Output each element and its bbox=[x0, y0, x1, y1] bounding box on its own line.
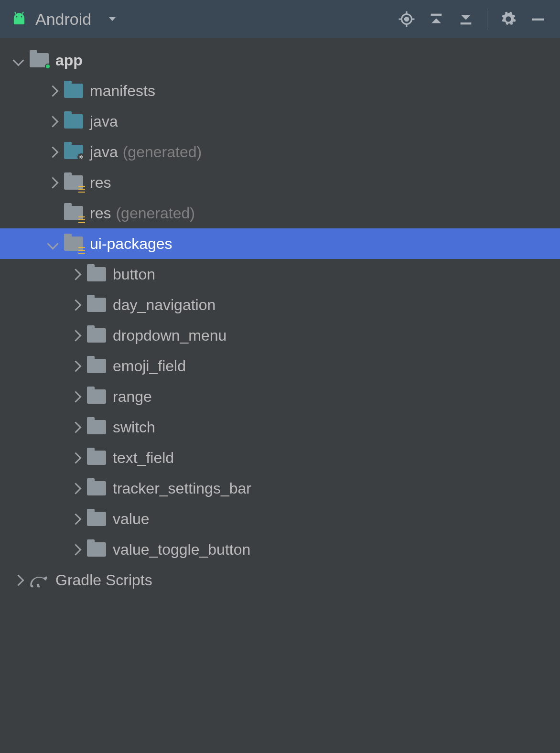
toolbar-divider bbox=[487, 9, 487, 30]
folder-icon bbox=[85, 385, 108, 408]
tree-label: res bbox=[90, 174, 111, 192]
expand-all-icon[interactable] bbox=[424, 7, 449, 32]
tree-label: value bbox=[113, 510, 150, 528]
tree-label: switch bbox=[113, 419, 155, 436]
tree-label: Gradle Scripts bbox=[55, 571, 152, 589]
folder-icon bbox=[85, 355, 108, 377]
tree-item-emoji-field[interactable]: emoji_field bbox=[0, 351, 560, 381]
chevron-right-icon[interactable] bbox=[66, 509, 85, 528]
resource-folder-icon bbox=[62, 232, 85, 255]
tree-item-range[interactable]: range bbox=[0, 381, 560, 412]
spacer bbox=[43, 204, 62, 223]
chevron-right-icon[interactable] bbox=[9, 570, 28, 590]
tree-label: value_toggle_button bbox=[113, 541, 250, 559]
gear-icon[interactable] bbox=[496, 7, 521, 32]
tree-item-button[interactable]: button bbox=[0, 259, 560, 290]
folder-icon bbox=[85, 538, 108, 561]
folder-icon bbox=[62, 79, 85, 102]
chevron-right-icon[interactable] bbox=[43, 112, 62, 131]
chevron-right-icon[interactable] bbox=[43, 142, 62, 161]
folder-icon bbox=[85, 446, 108, 469]
generated-folder-icon: ✲ bbox=[62, 140, 85, 163]
folder-icon bbox=[85, 507, 108, 530]
tree-label: java bbox=[90, 143, 118, 161]
chevron-right-icon[interactable] bbox=[66, 295, 85, 314]
android-icon bbox=[10, 10, 29, 29]
chevron-right-icon[interactable] bbox=[66, 326, 85, 345]
chevron-right-icon[interactable] bbox=[43, 81, 62, 100]
tree-label: res bbox=[90, 204, 111, 222]
tree-item-value-toggle-button[interactable]: value_toggle_button bbox=[0, 534, 560, 565]
tree-label: manifests bbox=[90, 82, 155, 100]
svg-point-0 bbox=[16, 16, 18, 18]
tree-label: text_field bbox=[113, 449, 174, 467]
svg-point-3 bbox=[405, 17, 409, 21]
chevron-right-icon[interactable] bbox=[66, 418, 85, 437]
dropdown-icon[interactable] bbox=[107, 13, 118, 25]
tree-item-switch[interactable]: switch bbox=[0, 412, 560, 442]
folder-icon bbox=[85, 263, 108, 286]
tree-label: emoji_field bbox=[113, 357, 186, 375]
tree-label: dropdown_menu bbox=[113, 327, 226, 344]
chevron-right-icon[interactable] bbox=[66, 356, 85, 376]
chevron-right-icon[interactable] bbox=[66, 448, 85, 467]
tree-label: range bbox=[113, 388, 152, 406]
svg-rect-9 bbox=[461, 22, 472, 24]
tree-suffix: (generated) bbox=[116, 204, 194, 222]
tree-label: java bbox=[90, 113, 118, 130]
folder-icon bbox=[85, 416, 108, 439]
tree-item-ui-packages[interactable]: ui-packages bbox=[0, 228, 560, 259]
tree-item-app[interactable]: app bbox=[0, 45, 560, 75]
folder-icon bbox=[62, 110, 85, 133]
folder-icon bbox=[85, 477, 108, 500]
svg-point-1 bbox=[21, 16, 22, 18]
locate-target-icon[interactable] bbox=[394, 7, 419, 32]
tree-suffix: (generated) bbox=[123, 143, 202, 161]
tree-label: button bbox=[113, 266, 155, 283]
tree-item-res-generated[interactable]: res (generated) bbox=[0, 198, 560, 228]
svg-rect-10 bbox=[532, 19, 544, 21]
view-title: Android bbox=[35, 10, 91, 29]
tree-item-value[interactable]: value bbox=[0, 504, 560, 534]
folder-icon bbox=[85, 324, 108, 347]
chevron-down-icon[interactable] bbox=[43, 234, 62, 253]
tree-label: app bbox=[55, 52, 83, 69]
hide-icon[interactable] bbox=[526, 7, 550, 32]
project-tree: app manifests java ✲ java (generated) re… bbox=[0, 38, 560, 595]
project-toolbar: Android bbox=[0, 0, 560, 38]
view-selector[interactable]: Android bbox=[10, 10, 118, 29]
folder-icon bbox=[85, 293, 108, 316]
tree-label: tracker_settings_bar bbox=[113, 480, 251, 497]
tree-label: ui-packages bbox=[90, 235, 172, 253]
tree-item-gradle-scripts[interactable]: Gradle Scripts bbox=[0, 565, 560, 595]
chevron-down-icon[interactable] bbox=[9, 51, 28, 70]
chevron-right-icon[interactable] bbox=[43, 173, 62, 192]
gradle-icon bbox=[28, 569, 51, 592]
chevron-right-icon[interactable] bbox=[66, 540, 85, 559]
svg-rect-8 bbox=[431, 14, 442, 16]
tree-item-day-navigation[interactable]: day_navigation bbox=[0, 290, 560, 320]
tree-item-text-field[interactable]: text_field bbox=[0, 442, 560, 473]
chevron-right-icon[interactable] bbox=[66, 479, 85, 498]
tree-item-res[interactable]: res bbox=[0, 167, 560, 198]
chevron-right-icon[interactable] bbox=[66, 387, 85, 406]
resource-folder-icon bbox=[62, 202, 85, 225]
tree-item-java-generated[interactable]: ✲ java (generated) bbox=[0, 137, 560, 167]
tree-label: day_navigation bbox=[113, 296, 215, 314]
chevron-right-icon[interactable] bbox=[66, 265, 85, 284]
tree-item-dropdown-menu[interactable]: dropdown_menu bbox=[0, 320, 560, 351]
collapse-all-icon[interactable] bbox=[453, 7, 478, 32]
tree-item-tracker-settings-bar[interactable]: tracker_settings_bar bbox=[0, 473, 560, 504]
module-folder-icon bbox=[28, 49, 51, 72]
svg-point-11 bbox=[40, 579, 42, 581]
resource-folder-icon bbox=[62, 171, 85, 194]
tree-item-manifests[interactable]: manifests bbox=[0, 75, 560, 106]
tree-item-java[interactable]: java bbox=[0, 106, 560, 137]
